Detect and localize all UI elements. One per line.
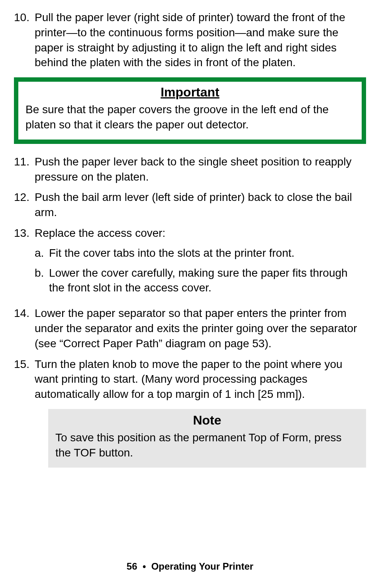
item11-text: Push the paper lever back to the single …	[35, 154, 366, 185]
list-item-14: 14. Lower the paper separator so that pa…	[14, 306, 366, 351]
page-number: 56	[127, 561, 137, 572]
note-title: Note	[55, 413, 359, 428]
item14-text: Lower the paper separator so that paper …	[35, 306, 366, 351]
important-callout: Important Be sure that the paper covers …	[14, 77, 366, 144]
item14-number: 14.	[14, 306, 35, 351]
item13b-text: Lower the cover carefully, making sure t…	[49, 265, 366, 296]
list-item-12: 12. Push the bail arm lever (left side o…	[14, 190, 366, 220]
footer-separator: •	[143, 561, 146, 572]
list-item-13: 13. Replace the access cover: a. Fit the…	[14, 226, 366, 300]
important-body: Be sure that the paper covers the groove…	[25, 102, 355, 132]
item15-number: 15.	[14, 357, 35, 402]
list-item-15: 15. Turn the platen knob to move the pap…	[14, 357, 366, 402]
item13a-text: Fit the cover tabs into the slots at the…	[49, 246, 294, 261]
note-callout: Note To save this position as the perman…	[48, 409, 366, 468]
item13b-number: b.	[35, 265, 49, 296]
item13-text: Replace the access cover:	[35, 227, 165, 239]
sub-item-13b: b. Lower the cover carefully, making sur…	[35, 265, 366, 296]
item13a-number: a.	[35, 246, 49, 261]
item10-number: 10.	[14, 10, 35, 70]
list-item-11: 11. Push the paper lever back to the sin…	[14, 154, 366, 185]
item12-number: 12.	[14, 190, 35, 220]
important-title: Important	[25, 85, 355, 100]
item12-text: Push the bail arm lever (left side of pr…	[35, 190, 366, 220]
list-item-10: 10. Pull the paper lever (right side of …	[14, 10, 366, 70]
sub-item-13a: a. Fit the cover tabs into the slots at …	[35, 246, 366, 261]
page-footer: 56 • Operating Your Printer	[0, 561, 380, 572]
footer-section: Operating Your Printer	[151, 561, 254, 572]
note-body: To save this position as the permanent T…	[55, 430, 359, 460]
item15-text: Turn the platen knob to move the paper t…	[35, 357, 366, 402]
item10-text: Pull the paper lever (right side of prin…	[35, 10, 366, 70]
item13-number: 13.	[14, 226, 35, 300]
item11-number: 11.	[14, 154, 35, 185]
